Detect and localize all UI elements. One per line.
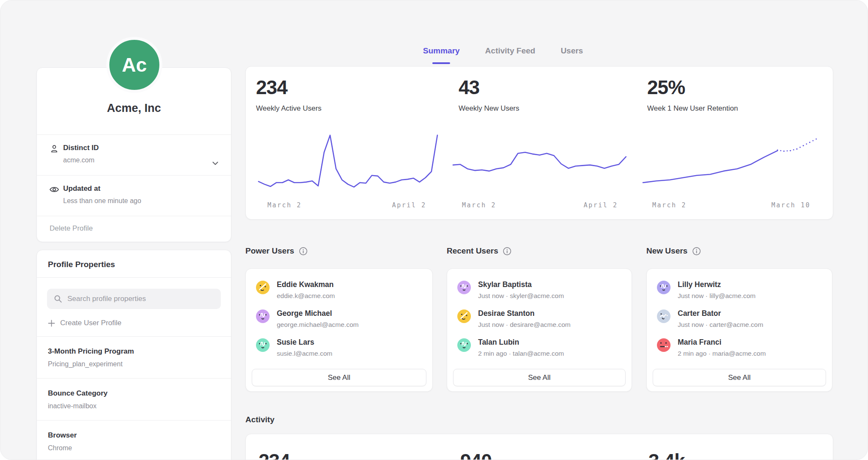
user-meta: susie.l@acme.com <box>277 350 332 357</box>
user-avatar-icon <box>657 309 670 323</box>
user-name: Skylar Baptista <box>478 280 564 289</box>
user-meta: eddie.k@acme.com <box>277 292 335 300</box>
user-avatar-icon <box>457 281 471 294</box>
plus-icon <box>48 320 55 327</box>
user-list-card: Skylar Baptista Just now · skyler@acme.c… <box>447 268 632 392</box>
property-item[interactable]: Browser Chrome <box>37 420 231 460</box>
property-list: 3-Month Pricing Program Pricing_plan_exp… <box>37 336 231 460</box>
user-avatar-icon <box>457 338 471 352</box>
recent-users-section: Recent Users Skylar Baptista Just now · … <box>447 245 632 392</box>
user-list-item[interactable]: Talan Lubin 2 min ago · talan@acme.com <box>457 338 621 367</box>
stat-label: Weekly Active Users <box>256 104 322 113</box>
see-all-button[interactable]: See All <box>453 369 626 386</box>
tab-summary[interactable]: Summary <box>423 46 460 64</box>
user-text: George Michael george.michael@acme.com <box>277 309 359 329</box>
profile-card: Acme, Inc Distinct ID acme.com Updated a… <box>36 67 231 242</box>
stat-label: Week 1 New User Retention <box>647 104 738 113</box>
user-meta: Just now · carter@acme.com <box>678 321 763 329</box>
user-list-item[interactable]: George Michael george.michael@acme.com <box>256 309 422 338</box>
x-tick: April 2 <box>392 201 426 209</box>
user-text: Talan Lubin 2 min ago · talan@acme.com <box>478 338 564 357</box>
user-list: Eddie Kwakman eddie.k@acme.com George Mi… <box>246 269 432 367</box>
updated-at-row: Updated at Less than one minute ago <box>37 175 231 216</box>
section-title-row: New Users <box>646 245 832 256</box>
power-users-section: Power Users Eddie Kwakman eddie.k@acme.c… <box>245 245 433 392</box>
user-meta: Just now · skyler@acme.com <box>478 292 564 300</box>
activity-stat: 940 <box>460 451 492 460</box>
user-list: Lilly Herwitz Just now · lilly@acme.com … <box>647 269 832 367</box>
user-avatar-icon <box>457 309 471 323</box>
user-text: Skylar Baptista Just now · skyler@acme.c… <box>478 280 564 300</box>
search-input[interactable] <box>47 289 221 309</box>
retention-chart <box>643 131 819 190</box>
updated-at-label: Updated at <box>63 184 218 193</box>
tab-users[interactable]: Users <box>561 46 583 64</box>
info-icon[interactable] <box>692 247 701 256</box>
org-avatar-initials: Ac <box>122 53 147 76</box>
user-name: Carter Bator <box>678 309 763 318</box>
property-item[interactable]: 3-Month Pricing Program Pricing_plan_exp… <box>37 336 231 378</box>
user-avatar-icon <box>657 281 670 294</box>
distinct-id-value: acme.com <box>63 156 218 164</box>
user-list-item[interactable]: Eddie Kwakman eddie.k@acme.com <box>256 280 422 309</box>
user-meta: 2 min ago · talan@acme.com <box>478 350 564 357</box>
stat-weekly-new-users: 43 Weekly New Users <box>459 78 519 113</box>
activity-card: 234 940 3.4k <box>245 434 833 460</box>
property-item[interactable]: Bounce Category inactive-mailbox <box>37 378 231 420</box>
user-list-item[interactable]: Skylar Baptista Just now · skyler@acme.c… <box>457 280 621 309</box>
user-avatar-icon <box>256 338 270 352</box>
section-title: New Users <box>646 246 687 256</box>
see-all-button[interactable]: See All <box>252 369 426 386</box>
profile-properties-search[interactable] <box>47 289 221 309</box>
stat-week1-retention: 25% Week 1 New User Retention <box>647 78 738 113</box>
user-avatar-icon <box>256 309 270 323</box>
property-label: 3-Month Pricing Program <box>48 347 220 356</box>
user-text: Carter Bator Just now · carter@acme.com <box>678 309 763 329</box>
user-list-item[interactable]: Carter Bator Just now · carter@acme.com <box>657 309 822 338</box>
activity-stat: 3.4k <box>648 451 685 460</box>
user-list-item[interactable]: Desirae Stanton Just now · desirare@acme… <box>457 309 621 338</box>
stat-weekly-active-users: 234 Weekly Active Users <box>256 78 322 113</box>
distinct-id-row: Distinct ID acme.com <box>37 134 231 175</box>
user-list-item[interactable]: Susie Lars susie.l@acme.com <box>256 338 422 367</box>
tab-activity-feed[interactable]: Activity Feed <box>485 46 535 64</box>
stat-value: 25% <box>647 78 738 97</box>
user-list-item[interactable]: Maria Franci 2 min ago · maria@acme.com <box>657 338 822 367</box>
x-tick: March 10 <box>771 201 810 209</box>
user-list-item[interactable]: Lilly Herwitz Just now · lilly@acme.com <box>657 280 822 309</box>
info-icon[interactable] <box>503 247 512 256</box>
user-name: Maria Franci <box>678 338 766 347</box>
user-meta: Just now · desirare@acme.com <box>478 321 570 329</box>
user-name: Lilly Herwitz <box>678 280 756 289</box>
user-name: Talan Lubin <box>478 338 564 347</box>
stat-label: Weekly New Users <box>459 104 519 113</box>
user-meta: 2 min ago · maria@acme.com <box>678 350 766 357</box>
see-all-button[interactable]: See All <box>653 369 826 386</box>
profile-dashboard: Ac Acme, Inc Distinct ID acme.com Update… <box>0 0 868 460</box>
chevron-down-icon[interactable] <box>211 159 220 168</box>
new-users-section: New Users Lilly Herwitz Just now · lilly… <box>646 245 832 392</box>
user-text: Lilly Herwitz Just now · lilly@acme.com <box>678 280 756 300</box>
user-text: Eddie Kwakman eddie.k@acme.com <box>277 280 335 300</box>
delete-profile-button[interactable]: Delete Profile <box>37 216 231 242</box>
info-icon[interactable] <box>299 247 308 256</box>
weekly-active-users-chart <box>259 131 437 190</box>
x-tick: March 2 <box>267 201 302 209</box>
user-list-card: Eddie Kwakman eddie.k@acme.com George Mi… <box>245 268 433 392</box>
section-title: Power Users <box>245 246 294 256</box>
updated-at-value: Less than one minute ago <box>63 197 218 205</box>
user-name: Eddie Kwakman <box>277 280 335 289</box>
property-value: Chrome <box>48 444 220 452</box>
property-label: Bounce Category <box>48 389 220 398</box>
create-user-profile-button[interactable]: Create User Profile <box>48 319 220 327</box>
x-tick: April 2 <box>584 201 618 209</box>
property-value: Pricing_plan_experiment <box>48 360 220 368</box>
x-tick: March 2 <box>652 201 687 209</box>
user-list: Skylar Baptista Just now · skyler@acme.c… <box>447 269 632 367</box>
user-avatar-icon <box>657 338 670 352</box>
user-text: Desirae Stanton Just now · desirare@acme… <box>478 309 570 329</box>
person-icon <box>49 143 60 154</box>
activity-stat: 234 <box>259 451 290 460</box>
x-tick: March 2 <box>462 201 496 209</box>
profile-tabs: Summary Activity Feed Users <box>423 46 583 64</box>
